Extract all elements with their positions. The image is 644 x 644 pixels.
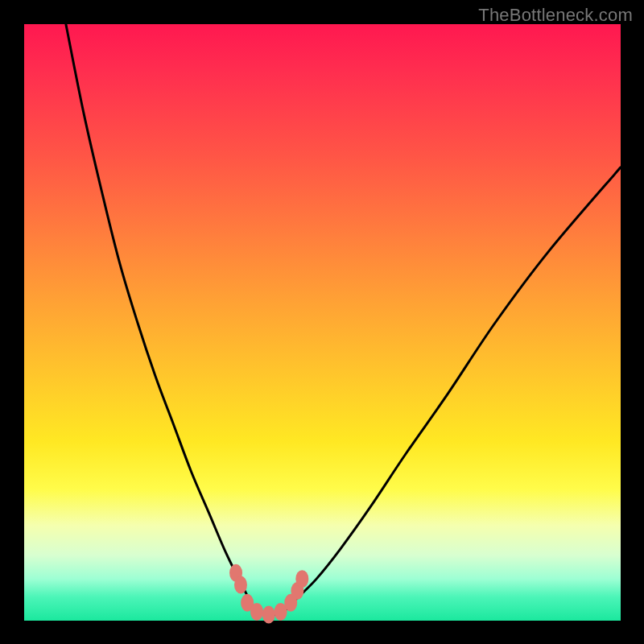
right-branch-curve <box>287 167 621 609</box>
chart-svg <box>0 0 644 644</box>
outer-frame: TheBottleneck.com <box>0 0 644 644</box>
curve-group <box>66 24 621 616</box>
marker-dot <box>250 603 263 621</box>
marker-group <box>229 564 308 624</box>
marker-dot <box>234 576 247 594</box>
marker-dot <box>295 570 308 588</box>
left-branch-curve <box>66 24 254 609</box>
marker-dot <box>262 606 275 624</box>
